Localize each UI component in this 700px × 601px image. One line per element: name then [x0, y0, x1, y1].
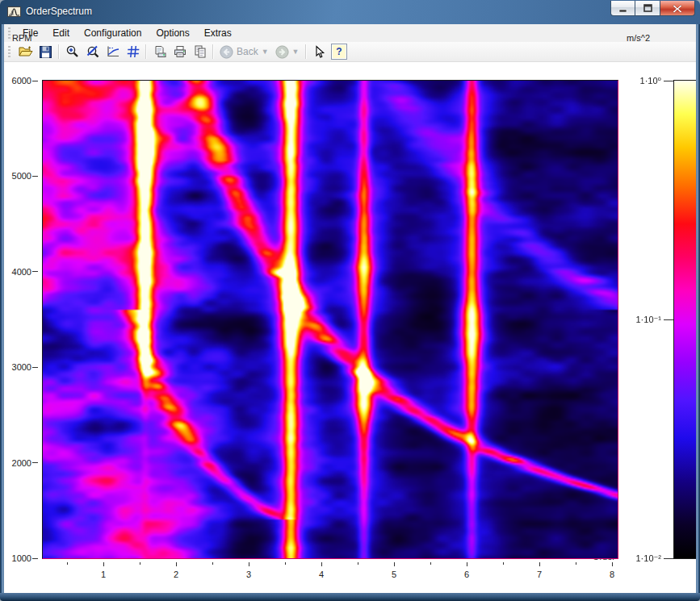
copy-icon	[193, 44, 207, 59]
page-setup-icon	[153, 44, 167, 59]
client-area: FileEditConfigurationOptionsExtras	[4, 24, 696, 593]
title-bar[interactable]: OrderSpectrum	[0, 0, 700, 24]
toolbar-grip[interactable]	[8, 46, 10, 57]
x-tick-label: 1	[94, 569, 113, 580]
x-tick-mark	[539, 562, 540, 566]
app-window: OrderSpectrum FileEditConfigurationOptio…	[0, 0, 700, 601]
x-tick-label: 7	[530, 569, 549, 580]
save-button[interactable]	[36, 43, 56, 61]
x-minor-tick-mark	[140, 562, 140, 565]
spectrogram-plot[interactable]	[42, 80, 618, 559]
y-tick-mark	[32, 558, 38, 559]
zoom-reset-icon	[86, 44, 100, 59]
y-tick-label: 2000	[4, 457, 31, 469]
curve-axes-icon	[106, 44, 120, 59]
colorbar-tick-label: 1·10⁰	[603, 75, 661, 86]
x-minor-tick-mark	[285, 562, 286, 565]
toolbar-separator	[58, 44, 60, 59]
close-icon	[673, 4, 682, 13]
app-icon	[7, 5, 21, 19]
x-minor-tick-mark	[503, 562, 504, 565]
back-button-label: Back	[237, 46, 258, 57]
heatmap-canvas[interactable]	[43, 81, 618, 558]
colorbar-tick-label: 1·10⁻²	[603, 553, 661, 564]
x-minor-tick-mark	[67, 562, 68, 565]
x-minor-tick-mark	[576, 562, 576, 565]
x-minor-tick-mark	[212, 562, 213, 565]
y-axis-unit-label: RPM	[12, 33, 31, 43]
y-tick-label: 5000	[4, 170, 31, 182]
minimize-icon	[618, 5, 627, 12]
window-border-right	[696, 24, 700, 593]
x-tick-mark	[249, 562, 249, 566]
select-cursor-button[interactable]	[309, 43, 329, 61]
x-tick-mark	[394, 562, 395, 566]
back-arrow-icon	[220, 45, 233, 59]
menu-items: FileEditConfigurationOptionsExtras	[15, 25, 239, 41]
back-dropdown-caret[interactable]: ▼	[262, 48, 269, 56]
x-tick-mark	[103, 562, 104, 566]
toolbar-separator	[305, 44, 307, 59]
save-floppy-icon	[39, 45, 52, 59]
minimize-button[interactable]	[610, 1, 635, 16]
toolbar: Back ▼ ▼ ?	[4, 42, 696, 62]
menubar-grip[interactable]	[8, 27, 10, 39]
menu-item-configuration[interactable]: Configuration	[77, 25, 149, 41]
zoom-in-icon	[65, 44, 80, 59]
forward-button[interactable]: ▼	[272, 45, 303, 59]
y-tick-mark	[32, 176, 38, 177]
y-tick-mark	[32, 81, 38, 81]
x-tick-label: 4	[312, 569, 331, 580]
window-border-bottom	[0, 593, 700, 601]
menu-item-edit[interactable]: Edit	[45, 25, 77, 41]
help-icon: ?	[331, 44, 347, 60]
menu-item-options[interactable]: Options	[149, 25, 196, 41]
cursor-arrow-icon	[312, 45, 325, 59]
maximize-icon	[643, 4, 652, 12]
colorbar-tick-label: 1·10⁻¹	[603, 314, 661, 325]
y-tick-label: 4000	[4, 266, 31, 278]
back-button[interactable]: Back ▼	[216, 45, 272, 59]
print-button[interactable]	[170, 43, 190, 61]
y-tick-mark	[32, 271, 38, 272]
zoom-in-button[interactable]	[62, 43, 82, 61]
grid-button[interactable]	[123, 43, 143, 61]
maximize-button[interactable]	[635, 1, 660, 16]
open-file-button[interactable]	[15, 43, 36, 61]
y-tick-mark	[32, 462, 38, 463]
window-controls	[610, 1, 695, 17]
y-tick-label: 1000	[4, 553, 31, 564]
x-minor-tick-mark	[430, 562, 431, 565]
grid-icon	[126, 44, 140, 59]
open-folder-icon	[18, 44, 33, 59]
copy-button[interactable]	[190, 43, 210, 61]
x-tick-label: 3	[239, 569, 258, 580]
axes-curve-button[interactable]	[103, 43, 123, 61]
y-tick-label: 6000	[4, 75, 31, 86]
x-tick-label: 6	[457, 569, 476, 580]
window-title: OrderSpectrum	[26, 6, 92, 17]
colorbar-tick-mark	[664, 319, 673, 320]
y-tick-label: 3000	[4, 361, 31, 373]
x-tick-mark	[321, 562, 322, 566]
x-tick-mark	[176, 562, 177, 566]
page-setup-button[interactable]	[149, 43, 170, 61]
colorbar-gradient	[674, 81, 696, 558]
colorbar-tick-mark	[664, 81, 673, 81]
colorbar-tick-mark	[664, 558, 673, 559]
x-tick-label: 2	[166, 569, 186, 580]
help-button[interactable]: ?	[329, 43, 350, 61]
x-minor-tick-mark	[358, 562, 358, 565]
close-button[interactable]	[660, 1, 695, 16]
colorbar-unit-label: m/s^2	[585, 33, 650, 43]
toolbar-separator	[212, 44, 214, 59]
colorbar-frame	[673, 80, 696, 559]
x-tick-mark	[467, 562, 467, 566]
print-icon	[173, 44, 187, 59]
forward-arrow-icon	[275, 45, 289, 59]
zoom-reset-button[interactable]	[82, 43, 103, 61]
menu-item-extras[interactable]: Extras	[197, 25, 239, 41]
y-tick-mark	[32, 367, 38, 368]
x-tick-label: 8	[602, 569, 622, 580]
forward-dropdown-caret[interactable]: ▼	[292, 48, 300, 56]
